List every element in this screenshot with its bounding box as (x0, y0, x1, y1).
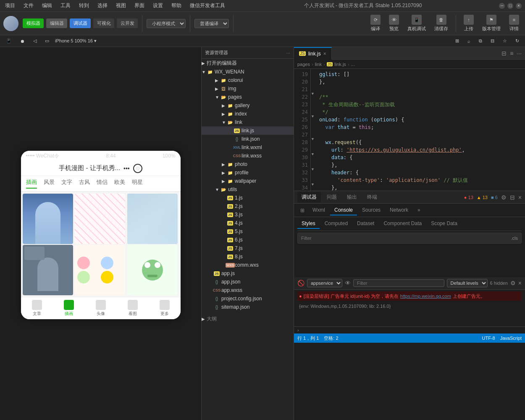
phone-nav-couple[interactable]: 情侣 (97, 178, 108, 189)
search-icon[interactable]: ⌕ (465, 38, 473, 45)
menu-wechat-devtools[interactable]: 微信开发者工具 (188, 1, 227, 10)
tree-item-wallpaper[interactable]: ▶ 📁 wallpaper (202, 177, 294, 185)
menu-view[interactable]: 视图 (114, 1, 128, 10)
outline-section[interactable]: ▶ 大纲 (202, 315, 294, 323)
phone-nav-text[interactable]: 文字 (61, 178, 72, 189)
compile-button[interactable]: ⟳ 编译 (368, 13, 383, 34)
tree-item-appwxss[interactable]: CSS app.wxss (202, 286, 294, 294)
cloud-button[interactable]: 云开发 (117, 18, 138, 28)
devtools-subtab-wxml[interactable]: Wxml (308, 205, 329, 215)
style-tab-component-data[interactable]: Component Data (379, 219, 426, 229)
tab-list-button[interactable]: ≡ (510, 50, 513, 57)
tree-item-profile[interactable]: ▶ 📁 profile (202, 168, 294, 177)
tree-item-appjs[interactable]: JS app.js (202, 269, 294, 278)
fold-arrow-30[interactable]: ▼ (311, 152, 316, 160)
fold-arrow-35[interactable]: ▼ (311, 182, 316, 190)
compile-select[interactable]: 普通编译 (194, 19, 229, 28)
console-filter-input[interactable] (353, 279, 444, 287)
breadcrumb-link[interactable]: link (315, 62, 322, 67)
appservice-select[interactable]: appservice (307, 279, 342, 287)
devtools-subtab-network[interactable]: Network (386, 205, 412, 215)
root-folder[interactable]: ▼ 📁 WX_WENAN (202, 68, 294, 76)
tree-item-project-config[interactable]: {} project.config.json (202, 294, 294, 303)
clear-button[interactable]: 🗑 清缓存 (432, 13, 451, 34)
menu-edit[interactable]: 编辑 (40, 1, 54, 10)
console-error-link[interactable]: https://mp.weixin.qq.com (400, 292, 451, 300)
console-input[interactable] (301, 328, 522, 333)
style-tab-dataset[interactable]: Dataset (353, 219, 378, 229)
status-language[interactable]: JavaScript (500, 336, 522, 341)
fold-arrow-32[interactable]: ▼ (311, 167, 316, 175)
devtools-close-icon[interactable]: × (518, 194, 522, 201)
phone-img-4[interactable] (23, 245, 73, 295)
tree-item-link-json[interactable]: {} link.json (202, 135, 294, 143)
realdev-button[interactable]: 📱 真机调试 (405, 13, 428, 34)
tree-item-link-js[interactable]: JS link.js (202, 126, 294, 135)
console-level-select[interactable]: Default levels (447, 279, 488, 287)
tree-item-colorui[interactable]: ▶ 📁 colorui (202, 76, 294, 84)
debugger-button[interactable]: 调试器 (70, 18, 91, 28)
tree-item-sitemap[interactable]: {} sitemap.json (202, 303, 294, 311)
tree-item-2js[interactable]: JS 2.js (202, 202, 294, 210)
phone-bottom-more[interactable]: 更多 (160, 300, 170, 317)
breadcrumb-ellipsis[interactable]: ... (351, 62, 355, 67)
code-content[interactable]: gglist: [] }, /** * 生命周期函数--监听页面加载 */ on… (316, 69, 525, 191)
more-actions-button[interactable]: ··· (517, 50, 522, 57)
phone-img-1[interactable] (23, 194, 73, 244)
phone-nav-ancient[interactable]: 古风 (79, 178, 90, 189)
menu-project[interactable]: 项目 (3, 1, 17, 10)
devtools-layout-icon[interactable]: ⊟ (510, 194, 515, 201)
menu-settings[interactable]: 设置 (151, 1, 165, 10)
simulator-button[interactable]: 模拟器 (23, 18, 44, 28)
tree-item-6js[interactable]: JS 6.js (202, 236, 294, 244)
mode-select[interactable]: 小程序模式 (147, 19, 186, 28)
phone-img-6[interactable] (127, 245, 178, 295)
visual-button[interactable]: 可视化 (93, 18, 114, 28)
phone-img-2[interactable] (75, 194, 125, 244)
phone-nav-star[interactable]: 明星 (132, 178, 143, 189)
grid-icon[interactable]: ⊟ (488, 37, 497, 45)
preview-button[interactable]: 👁 预览 (386, 13, 402, 34)
phone-nav-illustration[interactable]: 插画 (26, 178, 37, 189)
phone-bottom-avatar[interactable]: 头像 (96, 300, 106, 317)
tab-icon[interactable]: ⊞ (453, 37, 462, 45)
phone-bottom-illustration[interactable]: 插画 (64, 300, 74, 317)
style-tab-styles[interactable]: Styles (297, 219, 320, 229)
console-settings-icon[interactable]: ⚙ (510, 280, 516, 286)
tree-item-pages[interactable]: ▼ 📂 pages (202, 93, 294, 101)
breadcrumb-link-js[interactable]: link.js (334, 62, 346, 67)
devtools-sidebar-toggle[interactable]: ⊞ (297, 207, 307, 213)
tree-item-link[interactable]: ▼ 📂 link (202, 118, 294, 126)
filter-input[interactable] (301, 236, 511, 241)
detail-button[interactable]: ≡ 详情 (507, 13, 522, 34)
editor-button[interactable]: 编辑器 (46, 18, 67, 28)
style-tab-scope-data[interactable]: Scope Data (427, 219, 462, 229)
back-icon[interactable]: ◁ (31, 37, 39, 45)
tree-item-1js[interactable]: JS 1.js (202, 194, 294, 202)
devtools-tab-issues[interactable]: 问题 (323, 192, 341, 202)
menu-select[interactable]: 选择 (96, 1, 109, 10)
tree-item-index[interactable]: ▶ 📁 index (202, 110, 294, 118)
phone-more-icon[interactable]: ⊙ (133, 164, 142, 173)
tree-item-7js[interactable]: JS 7.js (202, 244, 294, 252)
tree-item-utils[interactable]: ▼ 📂 utils (202, 185, 294, 194)
menu-interface[interactable]: 界面 (133, 1, 146, 10)
console-clear-button[interactable]: 🚫 (297, 280, 304, 286)
bookmark-icon[interactable]: ☆ (500, 37, 509, 45)
tree-item-4js[interactable]: JS 4.js (202, 219, 294, 227)
style-tab-computed[interactable]: Computed (320, 219, 352, 229)
devtools-settings-icon[interactable]: ⚙ (501, 194, 507, 201)
minimize-button[interactable]: ─ (499, 3, 505, 9)
menu-help[interactable]: 帮助 (170, 1, 183, 10)
devtools-tab-output[interactable]: 输出 (343, 192, 361, 202)
tree-item-comm-wxs[interactable]: WXS comm.wxs (202, 261, 294, 269)
phone-nav-western[interactable]: 欧美 (114, 178, 125, 189)
fold-arrow-22[interactable]: ▼ (311, 92, 316, 99)
devtools-subtab-sources[interactable]: Sources (358, 205, 385, 215)
maximize-button[interactable]: □ (507, 3, 513, 9)
split-icon[interactable]: ⧉ (476, 37, 485, 45)
devtools-subtab-more[interactable]: » (413, 205, 425, 215)
phone-nav-landscape[interactable]: 风景 (44, 178, 55, 189)
tree-item-link-wxss[interactable]: CSS link.wxss (202, 152, 294, 160)
split-pane-button[interactable]: ⊟ (501, 50, 507, 57)
